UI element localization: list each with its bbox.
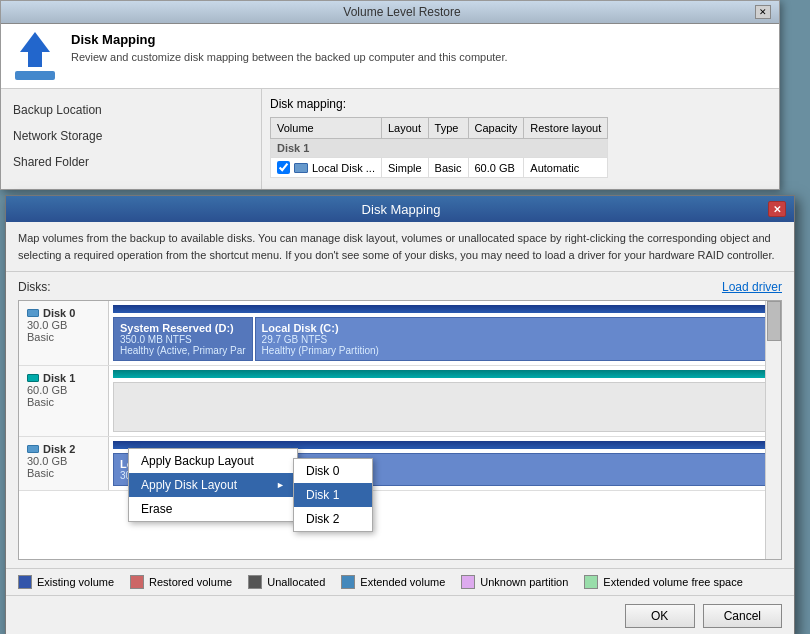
dialog-close-button[interactable]: ✕ (768, 201, 786, 217)
partition-system-reserved[interactable]: System Reserved (D:) 350.0 MB NTFS Healt… (113, 317, 253, 361)
scrollbar-thumb[interactable] (767, 301, 781, 341)
volume-checkbox[interactable] (277, 161, 290, 174)
disk2-label: Disk 2 30.0 GB Basic (19, 437, 109, 490)
menu-apply-disk-layout[interactable]: Apply Disk Layout ► (129, 473, 297, 497)
col-volume: Volume (271, 118, 382, 139)
col-type: Type (428, 118, 468, 139)
table-row: Local Disk ... Simple Basic 60.0 GB Auto… (271, 158, 608, 178)
disk-mapping-label: Disk mapping: (270, 97, 608, 111)
menu-apply-backup-layout[interactable]: Apply Backup Layout (129, 449, 297, 473)
disk2-icon (27, 445, 39, 453)
cancel-button[interactable]: Cancel (703, 604, 782, 628)
context-menu: Apply Backup Layout Apply Disk Layout ► … (128, 448, 298, 522)
main-dialog: Disk Mapping ✕ Map volumes from the back… (5, 195, 795, 634)
ok-button[interactable]: OK (625, 604, 695, 628)
submenu-disk2[interactable]: Disk 2 (294, 507, 372, 531)
col-capacity: Capacity (468, 118, 524, 139)
bg-header-text: Disk Mapping Review and customize disk m… (71, 32, 508, 80)
header-bar (15, 71, 55, 80)
disk1-label: Disk 1 60.0 GB Basic (19, 366, 109, 436)
scrollbar-track[interactable] (765, 301, 781, 559)
legend-existing: Existing volume (18, 575, 114, 589)
bg-body: Backup Location Network Storage Shared F… (1, 89, 779, 189)
disk0-stripe (113, 305, 777, 313)
disk2-type: Basic (27, 467, 100, 479)
legend-unallocated: Unallocated (248, 575, 325, 589)
legend: Existing volume Restored volume Unalloca… (6, 568, 794, 595)
col-restore-layout: Restore layout (524, 118, 608, 139)
bg-window: Volume Level Restore ✕ Disk Mapping Revi… (0, 0, 780, 190)
disk-name-cell: Disk 1 (271, 139, 608, 158)
legend-unallocated-label: Unallocated (267, 576, 325, 588)
bg-window-title: Volume Level Restore (49, 5, 755, 19)
dialog-body: Disks: Load driver Disk 0 30.0 GB Basic (6, 272, 794, 568)
dialog-titlebar: Disk Mapping ✕ (6, 196, 794, 222)
disk1-content (109, 366, 781, 436)
legend-unallocated-color (248, 575, 262, 589)
disk1-type: Basic (27, 396, 100, 408)
disk0-type: Basic (27, 331, 100, 343)
restore-layout-cell: Automatic (524, 158, 608, 178)
legend-extended-color (341, 575, 355, 589)
mini-disk-icon (294, 163, 308, 173)
disk-row-disk1: Disk 1 60.0 GB Basic (19, 366, 781, 437)
legend-extended: Extended volume (341, 575, 445, 589)
disk-mapping-icon (11, 32, 59, 80)
capacity-cell: 60.0 GB (468, 158, 524, 178)
dialog-title: Disk Mapping (34, 202, 768, 217)
dialog-footer: OK Cancel (6, 595, 794, 634)
bg-content-area: Disk mapping: Volume Layout Type Capacit… (261, 89, 616, 189)
volume-name: Local Disk ... (312, 162, 375, 174)
dialog-description: Map volumes from the backup to available… (6, 222, 794, 272)
layout-cell: Simple (381, 158, 428, 178)
type-cell: Basic (428, 158, 468, 178)
col-layout: Layout (381, 118, 428, 139)
disk0-name: Disk 0 (27, 307, 100, 319)
legend-unknown: Unknown partition (461, 575, 568, 589)
legend-unknown-color (461, 575, 475, 589)
legend-restored: Restored volume (130, 575, 232, 589)
nav-network-storage[interactable]: Network Storage (1, 123, 131, 149)
disk0-label: Disk 0 30.0 GB Basic (19, 301, 109, 365)
legend-extended-label: Extended volume (360, 576, 445, 588)
arrow-up-icon (15, 32, 55, 67)
bg-header-title: Disk Mapping (71, 32, 508, 47)
legend-restored-label: Restored volume (149, 576, 232, 588)
disk0-icon (27, 309, 39, 317)
disk0-size: 30.0 GB (27, 319, 100, 331)
disk1-stripe (113, 370, 777, 378)
legend-existing-label: Existing volume (37, 576, 114, 588)
legend-extended-free-label: Extended volume free space (603, 576, 742, 588)
disks-label: Disks: (18, 280, 51, 294)
bg-titlebar: Volume Level Restore ✕ (1, 1, 779, 24)
bg-header: Disk Mapping Review and customize disk m… (1, 24, 779, 89)
table-row: Disk 1 (271, 139, 608, 158)
checkbox-wrapper: Local Disk ... (277, 161, 375, 174)
submenu: Disk 0 Disk 1 Disk 2 (293, 458, 373, 532)
legend-extended-free-color (584, 575, 598, 589)
disk0-partitions: System Reserved (D:) 350.0 MB NTFS Healt… (113, 317, 777, 361)
legend-extended-free: Extended volume free space (584, 575, 742, 589)
bg-nav: Backup Location Network Storage Shared F… (1, 89, 131, 189)
legend-unknown-label: Unknown partition (480, 576, 568, 588)
partition-local-disk-c[interactable]: Local Disk (C:) 29.7 GB NTFS Healthy (Pr… (255, 317, 777, 361)
disk-row-disk0: Disk 0 30.0 GB Basic System Reserved (D:… (19, 301, 781, 366)
menu-erase[interactable]: Erase (129, 497, 297, 521)
disk1-size: 60.0 GB (27, 384, 100, 396)
disk2-size: 30.0 GB (27, 455, 100, 467)
submenu-chevron-icon: ► (276, 480, 285, 490)
disks-header: Disks: Load driver (18, 280, 782, 294)
disk1-name: Disk 1 (27, 372, 100, 384)
submenu-disk1[interactable]: Disk 1 (294, 483, 372, 507)
nav-shared-folder[interactable]: Shared Folder (1, 149, 131, 175)
bg-header-desc: Review and customize disk mapping betwee… (71, 51, 508, 63)
legend-restored-color (130, 575, 144, 589)
submenu-disk0[interactable]: Disk 0 (294, 459, 372, 483)
load-driver-link[interactable]: Load driver (722, 280, 782, 294)
legend-existing-color (18, 575, 32, 589)
disk1-empty[interactable] (113, 382, 777, 432)
bg-close-button[interactable]: ✕ (755, 5, 771, 19)
volume-cell: Local Disk ... (271, 158, 382, 178)
disk-mapping-table: Volume Layout Type Capacity Restore layo… (270, 117, 608, 178)
nav-backup-location[interactable]: Backup Location (1, 97, 131, 123)
